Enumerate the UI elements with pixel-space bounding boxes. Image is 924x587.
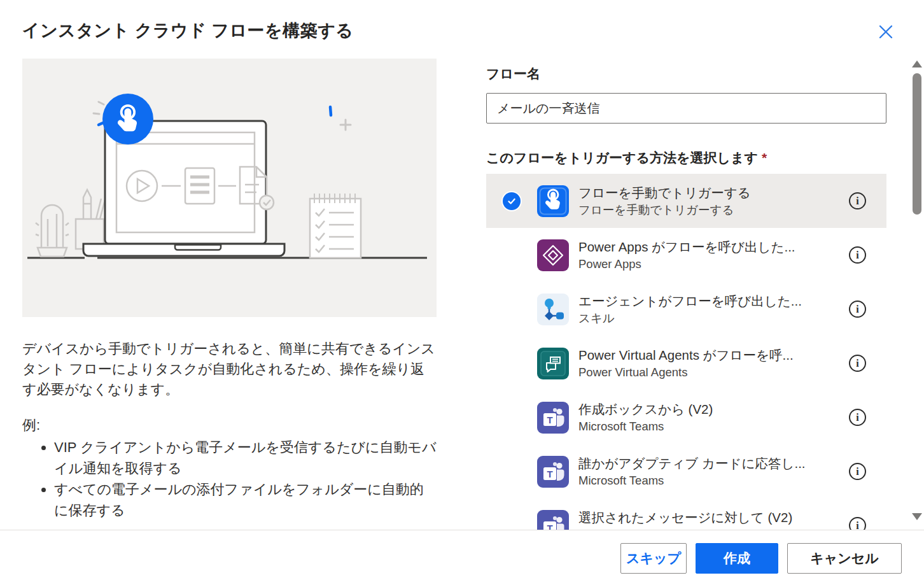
trigger-subtitle: Microsoft Teams bbox=[578, 418, 713, 435]
instant-flow-illustration bbox=[22, 59, 437, 317]
scrollbar-down-arrow-icon[interactable] bbox=[912, 513, 922, 520]
trigger-option-manual[interactable]: フローを手動でトリガーする フローを手動でトリガーする i bbox=[486, 174, 886, 228]
info-icon[interactable]: i bbox=[849, 192, 866, 209]
selected-check-icon bbox=[503, 192, 521, 210]
scrollbar-thumb[interactable] bbox=[913, 73, 921, 215]
trigger-option-teams-selected-message[interactable]: T 選択されたメッセージに対して (V2) Microsoft Teams i bbox=[486, 499, 886, 530]
cancel-button[interactable]: キャンセル bbox=[787, 543, 902, 574]
footer-divider bbox=[0, 530, 924, 530]
trigger-title: 誰かがアダプティブ カードに応答し... bbox=[578, 454, 806, 472]
info-icon[interactable]: i bbox=[849, 246, 866, 264]
trigger-option-teams-compose[interactable]: T 作成ボックスから (V2) Microsoft Teams i bbox=[486, 390, 886, 444]
trigger-title: フローを手動でトリガーする bbox=[578, 183, 751, 202]
trigger-subtitle: Microsoft Teams bbox=[578, 472, 806, 489]
trigger-subtitle: スキル bbox=[578, 310, 802, 327]
info-icon[interactable]: i bbox=[849, 517, 866, 530]
scrollbar[interactable] bbox=[910, 60, 924, 520]
agent-skill-icon bbox=[537, 294, 569, 325]
illustration-svg bbox=[22, 59, 437, 317]
power-apps-icon bbox=[537, 239, 569, 271]
flow-description: デバイスから手動でトリガーされると、簡単に共有できるインスタント フローによりタ… bbox=[22, 339, 437, 400]
examples-list: VIP クライアントから電子メールを受信するたびに自動モバイル通知を取得する す… bbox=[22, 437, 437, 521]
laptop-art bbox=[83, 121, 284, 256]
example-item: すべての電子メールの添付ファイルをフォルダーに自動的に保存する bbox=[54, 479, 437, 521]
teams-icon: T bbox=[537, 402, 569, 434]
close-button[interactable] bbox=[876, 22, 896, 42]
left-panel: デバイスから手動でトリガーされると、簡単に共有できるインスタント フローによりタ… bbox=[22, 59, 437, 521]
trigger-title: Power Virtual Agents がフローを呼... bbox=[578, 346, 794, 364]
info-icon[interactable]: i bbox=[849, 301, 866, 318]
trigger-title: 作成ボックスから (V2) bbox=[578, 400, 713, 418]
footer: スキップ 作成 キャンセル bbox=[620, 543, 902, 574]
power-virtual-agents-icon bbox=[537, 348, 569, 379]
flow-name-input[interactable] bbox=[486, 93, 886, 124]
flow-name-label: フロー名 bbox=[486, 65, 886, 83]
examples-heading: 例: bbox=[22, 415, 437, 435]
trigger-option-agent-skill[interactable]: エージェントがフローを呼び出した... スキル i bbox=[486, 282, 886, 336]
trigger-section-label: このフローをトリガーする方法を選択します* bbox=[486, 149, 886, 167]
svg-text:T: T bbox=[547, 468, 552, 479]
trigger-subtitle: フローを手動でトリガーする bbox=[578, 202, 751, 218]
checklist-art bbox=[310, 194, 361, 258]
scrollbar-up-arrow-icon[interactable] bbox=[912, 60, 922, 67]
example-item: VIP クライアントから電子メールを受信するたびに自動モバイル通知を取得する bbox=[54, 437, 437, 479]
trigger-title: Power Apps がフローを呼び出した... bbox=[578, 237, 795, 256]
trigger-subtitle: Power Apps bbox=[578, 256, 795, 272]
trigger-subtitle: Power Virtual Agents bbox=[578, 364, 794, 381]
trigger-title: 選択されたメッセージに対して (V2) bbox=[578, 508, 792, 527]
trigger-option-teams-adaptive-card[interactable]: T 誰かがアダプティブ カードに応答し... Microsoft Teams i bbox=[486, 444, 886, 499]
svg-text:T: T bbox=[547, 414, 552, 425]
info-icon[interactable]: i bbox=[849, 355, 866, 372]
info-icon[interactable]: i bbox=[849, 409, 866, 426]
skip-button[interactable]: スキップ bbox=[620, 543, 687, 574]
trigger-title: エージェントがフローを呼び出した... bbox=[578, 292, 802, 310]
info-icon[interactable]: i bbox=[849, 463, 866, 480]
manual-trigger-icon bbox=[537, 185, 569, 217]
close-icon bbox=[878, 24, 894, 40]
trigger-list: フローを手動でトリガーする フローを手動でトリガーする i Power Apps… bbox=[486, 174, 886, 530]
pen-cup-art bbox=[76, 190, 105, 249]
teams-icon: T bbox=[537, 510, 569, 531]
page-title: インスタント クラウド フローを構築する bbox=[22, 19, 354, 42]
tap-badge-art bbox=[102, 94, 153, 145]
trigger-option-power-virtual-agents[interactable]: Power Virtual Agents がフローを呼... Power Vir… bbox=[486, 336, 886, 390]
cactus-art bbox=[36, 205, 69, 257]
right-panel: フロー名 このフローをトリガーする方法を選択します* フローを手動でトリガーする… bbox=[486, 59, 886, 530]
create-button[interactable]: 作成 bbox=[696, 543, 778, 574]
trigger-option-power-apps[interactable]: Power Apps がフローを呼び出した... Power Apps i bbox=[486, 228, 886, 282]
required-marker: * bbox=[762, 150, 767, 165]
teams-icon: T bbox=[537, 456, 569, 488]
